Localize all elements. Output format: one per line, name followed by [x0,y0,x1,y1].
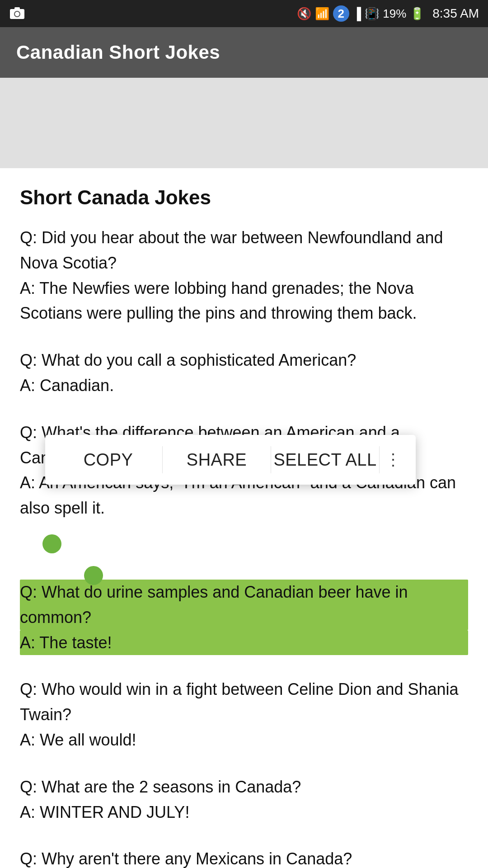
joke-4-q: Q: What do urine samples and Canadian be… [20,580,468,630]
signal-icon: ▐ [353,7,361,21]
joke-7: Q: Why aren't there any Mexicans in Cana… [20,846,468,868]
joke-7-q: Q: Why aren't there any Mexicans in Cana… [20,849,352,868]
battery-icon: 🔋 [410,7,424,21]
joke-4: Q: What do urine samples and Canadian be… [20,580,468,655]
joke-6-a: A: WINTER AND JULY! [20,803,189,821]
status-bar: 🔇 📶 2 ▐ 📳 19% 🔋 8:35 AM [0,0,488,27]
app-bar-title: Canadian Short Jokes [16,42,220,63]
selection-handle-start[interactable] [42,534,61,553]
joke-1: Q: Did you hear about the war between Ne… [20,225,468,326]
ad-banner [0,78,488,168]
joke-2-a: A: Canadian. [20,376,114,395]
svg-rect-3 [14,7,20,9]
joke-5: Q: Who would win in a fight between Celi… [20,677,468,752]
joke-2: Q: What do you call a sophisticated Amer… [20,348,468,398]
joke-1-q: Q: Did you hear about the war between Ne… [20,228,443,272]
joke-6: Q: What are the 2 seasons in Canada? A: … [20,774,468,825]
more-options-button[interactable]: ⋮ [380,450,407,469]
joke-5-a: A: We all would! [20,731,136,749]
content-area: Short Canada Jokes Q: Did you hear about… [0,168,488,868]
context-menu: COPY SHARE SELECT ALL ⋮ [45,435,416,485]
joke-2-q: Q: What do you call a sophisticated Amer… [20,351,356,369]
joke-1-a: A: The Newfies were lobbing hand grenade… [20,279,417,323]
status-time: 8:35 AM [432,6,479,21]
joke-4-a: A: The taste! [20,630,468,656]
select-all-button[interactable]: SELECT ALL [271,435,379,485]
photo-icon [9,5,25,22]
notification-badge: 2 [333,5,349,22]
section-title: Short Canada Jokes [20,186,468,209]
battery-percent: 19% [383,7,406,21]
joke-6-q: Q: What are the 2 seasons in Canada? [20,778,301,796]
wifi-icon: 📶 [315,7,329,21]
svg-point-2 [15,12,19,16]
mute-icon: 🔇 [297,7,311,21]
status-icons: 🔇 📶 2 ▐ 📳 19% 🔋 [297,5,424,22]
copy-button[interactable]: COPY [54,435,162,485]
joke-5-q: Q: Who would win in a fight between Celi… [20,680,459,724]
selection-handle-end[interactable] [84,566,103,585]
app-bar: Canadian Short Jokes [0,27,488,78]
battery-sim-icon: 📳 [365,7,379,21]
share-button[interactable]: SHARE [163,435,271,485]
